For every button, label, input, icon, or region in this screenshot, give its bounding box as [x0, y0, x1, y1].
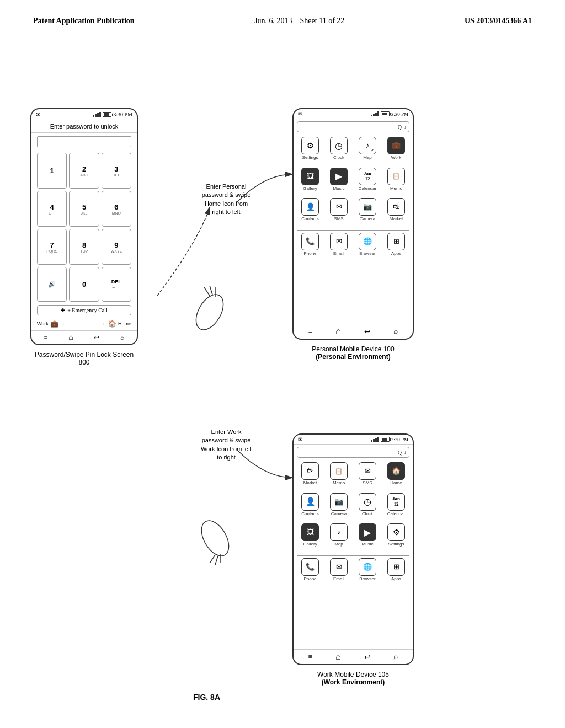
work-app-map[interactable]: ♪ Map	[326, 523, 352, 552]
app-work[interactable]: 💼 Work	[383, 137, 409, 165]
work-annotation: Enter Work password & swipe Work Icon fr…	[182, 428, 270, 462]
dock-apps[interactable]: ⊞ Apps	[383, 233, 409, 323]
dock-browser[interactable]: 🌐 Browser	[354, 233, 381, 323]
header-sheet: Sheet 11 of 22	[300, 17, 345, 25]
work-nav-menu[interactable]: ≡	[308, 652, 313, 661]
password-input-field[interactable]	[37, 136, 131, 147]
work-nav-search[interactable]: ⌕	[393, 652, 398, 661]
app-gallery[interactable]: 🖼 Gallery	[297, 168, 323, 196]
app-map[interactable]: ♪✓ Map	[354, 137, 381, 165]
app-contacts[interactable]: 👤 Contacts	[297, 198, 323, 227]
work-swipe-item[interactable]: Work 💼 →	[37, 320, 65, 328]
work-icon: 💼	[387, 137, 405, 154]
personal-search-bar[interactable]: Q ↓	[297, 121, 409, 132]
work-nav-back[interactable]: ↩	[364, 652, 371, 662]
lock-screen-label: Password/Swipe Pin Lock Screen 800	[30, 351, 138, 366]
work-app-music[interactable]: ▶ Music	[354, 523, 381, 552]
work-dock-email[interactable]: ✉ Email	[326, 558, 352, 648]
email-icon: ✉	[330, 233, 348, 250]
nav-search-icon[interactable]: ⌕	[120, 334, 124, 342]
work-app-gallery[interactable]: 🖼 Gallery	[297, 523, 323, 552]
personal-status-bar: ✉ 3:30 PM	[294, 109, 413, 119]
work-nav-home[interactable]: ⌂	[335, 652, 341, 662]
work-contacts-icon: 👤	[301, 493, 319, 511]
work-nav-bar: ≡ ⌂ ↩ ⌕	[294, 649, 413, 664]
dock-phone[interactable]: 📞 Phone	[297, 233, 323, 323]
app-settings[interactable]: ⚙ Settings	[297, 137, 323, 165]
personal-phone-screen: ✉ 3:30 PM Q ↓	[294, 109, 413, 339]
nav-menu-icon[interactable]: ≡	[44, 334, 48, 342]
personal-nav-back[interactable]: ↩	[364, 327, 371, 336]
work-app-memo[interactable]: 📋 Memo	[326, 462, 352, 491]
work-memo-label: Memo	[333, 480, 345, 485]
emergency-call-button[interactable]: ✚ + Emergency Call	[37, 305, 131, 315]
key-0[interactable]: 0	[69, 267, 99, 302]
sms-label: SMS	[334, 216, 343, 221]
patent-header: Patent Application Publication Jun. 6, 2…	[0, 0, 565, 31]
work-calendar-icon: Jan12	[387, 493, 405, 511]
home-swipe-item[interactable]: ← 🏠 Home	[102, 320, 131, 328]
key-1[interactable]: 1	[37, 153, 67, 189]
work-app-sms[interactable]: ✉ SMS	[354, 462, 381, 491]
key-4[interactable]: 4GHI	[37, 191, 67, 227]
work-map-label: Map	[334, 542, 343, 547]
key-sound[interactable]: 🔊	[37, 267, 67, 302]
work-calendar-label: Calendar	[387, 511, 405, 516]
work-dock-browser[interactable]: 🌐 Browser	[354, 558, 381, 648]
key-del[interactable]: DEL←	[102, 267, 131, 302]
work-app-camera[interactable]: 📷 Camera	[326, 493, 352, 522]
app-calendar[interactable]: Jan12 Calendar	[354, 168, 381, 196]
app-music[interactable]: ▶ Music	[326, 168, 352, 196]
personal-nav-menu[interactable]: ≡	[308, 327, 313, 336]
gallery-icon: 🖼	[301, 168, 319, 185]
work-arrow-icon: →	[60, 321, 65, 326]
search-q-icon: Q	[398, 124, 402, 130]
dock-email[interactable]: ✉ Email	[326, 233, 352, 323]
work-music-label: Music	[362, 542, 374, 547]
app-memo[interactable]: 📋 Memo	[383, 168, 409, 196]
work-app-market[interactable]: 🛍 Market	[297, 462, 323, 491]
memo-icon: 📋	[387, 168, 405, 185]
key-8[interactable]: 8TUV	[69, 229, 99, 265]
key-2[interactable]: 2ABC	[69, 153, 99, 189]
personal-status-right: 3:30 PM	[371, 111, 408, 117]
nav-back-icon[interactable]: ↩	[94, 334, 99, 342]
app-sms[interactable]: ✉ SMS	[326, 198, 352, 227]
search-download-icon: ↓	[404, 124, 407, 130]
personal-phone-label: Personal Mobile Device 100 (Personal Env…	[292, 345, 414, 361]
work-dock-phone[interactable]: 📞 Phone	[297, 558, 323, 648]
header-right: US 2013/0145366 A1	[465, 17, 532, 25]
header-date: Jun. 6, 2013	[254, 17, 292, 25]
app-clock[interactable]: ◷ Clock	[326, 137, 352, 165]
key-7[interactable]: 7PQRS	[37, 229, 67, 265]
work-label: Work	[391, 155, 402, 160]
work-gallery-icon: 🖼	[301, 523, 319, 541]
work-dock-apps[interactable]: ⊞ Apps	[383, 558, 409, 648]
key-5[interactable]: 5JKL	[69, 191, 99, 227]
settings-icon: ⚙	[301, 137, 319, 154]
work-app-clock[interactable]: ◷ Clock	[354, 493, 381, 522]
clock-label: Clock	[333, 155, 344, 160]
app-market[interactable]: 🛍 Market	[383, 198, 409, 227]
work-time: 3:30 PM	[391, 437, 408, 442]
work-app-home[interactable]: 🏠 Home	[383, 462, 409, 491]
app-camera[interactable]: 📷 Camera	[354, 198, 381, 227]
personal-nav-home[interactable]: ⌂	[335, 326, 341, 336]
work-market-icon: 🛍	[301, 462, 319, 480]
personal-nav-search[interactable]: ⌕	[393, 327, 398, 336]
key-9[interactable]: 9WXYZ	[102, 229, 131, 265]
work-status-right: 3:30 PM	[371, 437, 408, 442]
work-search-bar[interactable]: Q ↓	[297, 447, 409, 458]
nav-home-icon[interactable]: ⌂	[68, 333, 73, 342]
work-app-calendar[interactable]: Jan12 Calendar	[383, 493, 409, 522]
work-memo-icon: 📋	[330, 462, 348, 480]
key-6[interactable]: 6MNO	[102, 191, 131, 227]
work-app-contacts[interactable]: 👤 Contacts	[297, 493, 323, 522]
memo-label: Memo	[390, 186, 402, 191]
market-icon: 🛍	[387, 198, 405, 216]
lock-screen-phone: ✉ 3:30 PM Enter password to unlock 1 2AB…	[30, 108, 138, 345]
personal-annotation: Enter Personal password & swipe Home Ico…	[182, 183, 270, 217]
key-3[interactable]: 3DEF	[102, 153, 131, 189]
work-app-settings[interactable]: ⚙ Settings	[383, 523, 409, 552]
calendar-label: Calendar	[359, 186, 376, 191]
